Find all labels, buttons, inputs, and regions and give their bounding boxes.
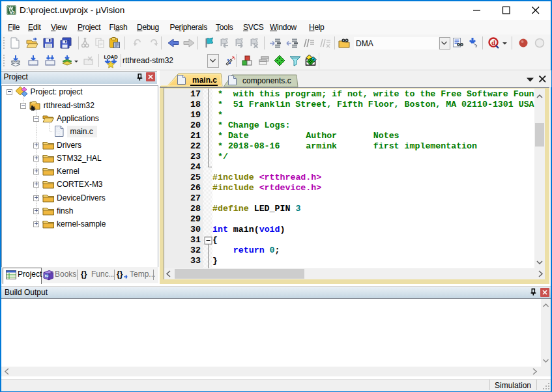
svg-text:?: ? xyxy=(46,273,48,278)
svg-text:LOAD: LOAD xyxy=(104,54,118,60)
svg-text:d: d xyxy=(491,38,495,46)
